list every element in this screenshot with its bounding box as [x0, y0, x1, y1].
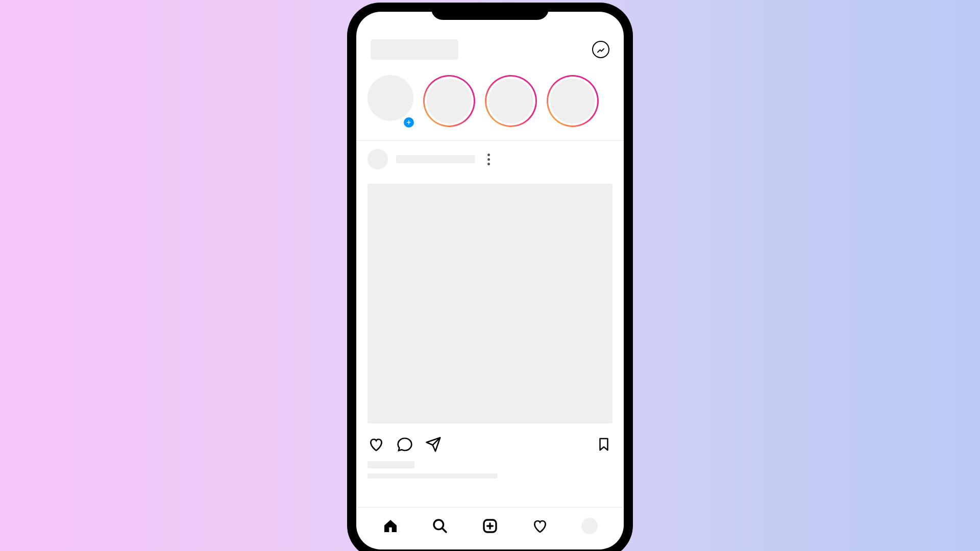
story-avatar [427, 79, 472, 123]
more-icon [487, 154, 490, 156]
story-item[interactable] [423, 75, 475, 127]
post-username-placeholder[interactable] [396, 155, 475, 163]
post-actions [356, 423, 624, 459]
nav-profile[interactable] [580, 517, 599, 535]
post-likes-placeholder [368, 461, 414, 468]
profile-avatar [581, 518, 598, 534]
post-image-placeholder[interactable] [368, 184, 612, 423]
post-author-avatar[interactable] [368, 149, 388, 169]
your-story-avatar [368, 75, 413, 121]
nav-activity[interactable] [531, 517, 549, 535]
app-logo-placeholder[interactable] [371, 39, 458, 60]
phone-screen: + [356, 12, 624, 549]
create-icon [482, 518, 498, 534]
nav-home[interactable] [381, 517, 400, 535]
share-button[interactable] [425, 436, 442, 453]
story-avatar [550, 79, 595, 123]
story-ring [485, 75, 537, 127]
story-ring [547, 75, 599, 127]
story-item[interactable] [485, 75, 537, 127]
plus-icon: + [406, 118, 411, 127]
messenger-button[interactable] [592, 41, 609, 58]
search-icon [432, 518, 448, 534]
messenger-icon [597, 45, 605, 54]
bookmark-button[interactable] [595, 436, 612, 453]
feed-post [356, 141, 624, 507]
comment-button[interactable] [396, 436, 413, 453]
send-icon [425, 436, 442, 453]
bottom-nav [356, 507, 624, 549]
nav-create[interactable] [481, 517, 499, 535]
post-meta [356, 459, 624, 481]
post-more-button[interactable] [483, 154, 494, 165]
stories-row: + [356, 66, 624, 141]
phone-notch [431, 3, 549, 20]
like-button[interactable] [368, 436, 385, 453]
svg-line-1 [442, 528, 446, 532]
home-icon [382, 518, 399, 534]
bookmark-icon [596, 437, 611, 452]
story-avatar [488, 79, 533, 123]
phone-frame: + [347, 3, 633, 551]
story-item[interactable] [547, 75, 599, 127]
your-story[interactable]: + [368, 75, 413, 127]
post-caption-placeholder [368, 473, 498, 479]
nav-search[interactable] [431, 517, 449, 535]
heart-icon [368, 436, 384, 453]
add-story-badge[interactable]: + [402, 116, 415, 129]
comment-icon [397, 436, 413, 453]
story-ring [423, 75, 475, 127]
post-header [356, 141, 624, 178]
heart-icon [532, 518, 548, 534]
